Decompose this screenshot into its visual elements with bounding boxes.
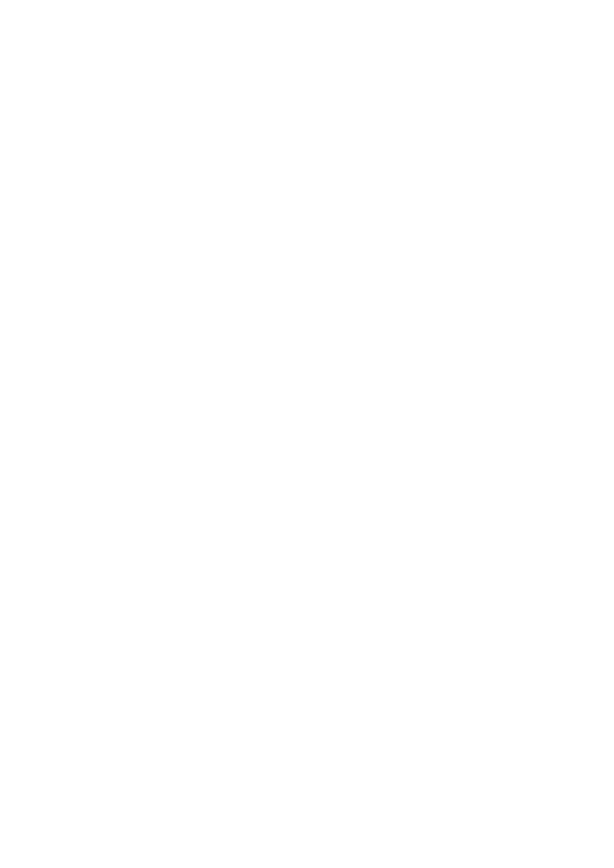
fill-3 <box>81 146 533 162</box>
